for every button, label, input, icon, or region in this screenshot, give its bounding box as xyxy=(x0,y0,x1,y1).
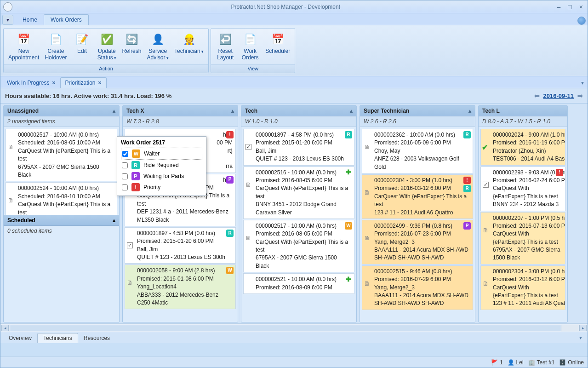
bottom-tab-technicians[interactable]: Technicians xyxy=(37,333,78,343)
work-order-card[interactable]: ✚ 0000002521 - 10:00 AM (0.0 hrs) Promis… xyxy=(243,273,354,294)
card-line: Ball, Jim xyxy=(137,246,233,253)
status-test-label: Test #1 xyxy=(537,359,555,366)
col-header-tech-l[interactable]: Tech L xyxy=(479,106,567,116)
service-advisor-button[interactable]: 👤 Service Advisor xyxy=(144,30,171,63)
app-menu-button[interactable]: ▾ xyxy=(2,15,13,25)
collapse-icon[interactable]: ▴ xyxy=(468,108,471,114)
bottom-tab-resources[interactable]: Resources xyxy=(78,334,115,343)
work-order-card[interactable]: 🗎 0000002515 - 9:46 AM (0.8 hrs) Promise… xyxy=(362,265,473,310)
col-header-tech[interactable]: Tech ▴ xyxy=(241,106,356,116)
checkbox[interactable] xyxy=(122,184,128,190)
work-order-card[interactable]: 🗎 0000002524 - 10:00 AM (0.0 hrs) Schedu… xyxy=(6,182,117,215)
subtab-work-in-progress[interactable]: Work In Progress × xyxy=(2,78,60,88)
card-line: BAAA111 - 2014 Acura MDX SH-AWD SH-AWD S… xyxy=(374,292,470,308)
tab-home[interactable]: Home xyxy=(16,15,44,25)
work-order-card[interactable]: P 🗎 0000002499 - 9:36 PM (0.8 hrs) Promi… xyxy=(362,220,473,264)
next-day-button[interactable]: ⇒ xyxy=(577,92,583,99)
popup-option-ride[interactable]: R Ride Required xyxy=(121,160,202,171)
col-header-super[interactable]: Super Technician ▴ xyxy=(360,106,475,116)
close-button[interactable]: × xyxy=(577,3,585,11)
update-status-button[interactable]: ✅ Update Status xyxy=(94,30,119,63)
checkbox[interactable] xyxy=(245,144,251,150)
checkbox[interactable] xyxy=(483,182,489,188)
work-order-card[interactable]: R 0000001897 - 4:58 PM (0.0 hrs) Promise… xyxy=(125,227,236,264)
work-order-card[interactable]: ✔ 0000002024 - 9:00 AM (1.0 hrs) Promise… xyxy=(480,129,565,166)
collapse-icon[interactable]: ▴ xyxy=(113,108,115,114)
work-order-card[interactable]: 🗎 0000002517 - 10:00 AM (0.0 hrs) Schedu… xyxy=(6,129,117,181)
status-user[interactable]: 👤 Lei xyxy=(508,359,524,366)
window-title: Protractor.Net Shop Manager - Developmen… xyxy=(16,4,555,10)
help-icon[interactable] xyxy=(577,17,586,25)
card-line: Promised: 2016-02-24 6:00 PM xyxy=(493,177,562,184)
work-order-card[interactable]: 🗎 0000002304 - 3:00 PM (0.0 hrs) Promise… xyxy=(480,265,565,310)
col-header-scheduled[interactable]: Scheduled ▴ xyxy=(4,215,119,226)
tab-work-orders[interactable]: Work Orders xyxy=(44,14,89,25)
checkbox[interactable] xyxy=(122,173,128,179)
close-icon[interactable]: × xyxy=(52,80,55,86)
col-header-unassigned[interactable]: Unassigned ▴ xyxy=(4,106,119,116)
card-line: Scheduled: 2016-08-05 10:00 AM xyxy=(18,139,114,147)
work-orders-button[interactable]: 📄 Work Orders xyxy=(238,30,263,63)
col-title: Unassigned xyxy=(7,108,39,114)
scroll-track[interactable] xyxy=(10,325,578,331)
work-order-card[interactable]: 🗎 0000002207 - 1:00 PM (0.5 hrs) Promise… xyxy=(480,212,565,264)
card-line: 0000001897 - 4:58 PM (0.0 hrs) xyxy=(256,131,351,139)
document-icon: 🗎 xyxy=(364,234,370,243)
technician-icon: 👷 xyxy=(182,32,196,47)
refresh-button[interactable]: 🔄 Refresh xyxy=(119,30,144,63)
ribbon: 📅 New Appointment 📄 Create Holdover 📝 Ed… xyxy=(0,25,588,76)
document-icon: 🗎 xyxy=(483,280,489,288)
horizontal-scrollbar[interactable]: ◂ ▸ xyxy=(0,323,588,332)
col-header-tech-x[interactable]: Tech X ▴ xyxy=(123,106,238,116)
status-notifications[interactable]: 🚩 1 xyxy=(491,359,503,366)
work-order-card[interactable]: ! R 🗎 0000002304 - 3:00 PM (1.0 hrs) Pro… xyxy=(362,174,473,219)
date-link[interactable]: 2016-09-11 xyxy=(543,92,574,99)
work-order-card[interactable]: ✚ 🗎 0000002516 - 10:00 AM (0.0 hrs) Prom… xyxy=(243,167,354,219)
card-line: CarQuest With {ePartExpert} This is a te… xyxy=(256,238,351,254)
reset-layout-button[interactable]: ↩️ Reset Layout xyxy=(213,30,238,63)
technician-button[interactable]: 👷 Technician xyxy=(171,30,206,63)
edit-button[interactable]: 📝 Edit xyxy=(69,30,94,63)
flag-icon: 🚩 xyxy=(491,359,498,366)
work-order-card[interactable]: ! 0000002293 - 9:03 AM (0.0 hrs) Promise… xyxy=(480,167,565,211)
bottom-tabs-more[interactable]: ▾ xyxy=(577,333,585,343)
calendar-icon: 📅 xyxy=(270,32,285,47)
popup-option-priority[interactable]: ! Priority xyxy=(121,182,202,193)
create-holdover-button[interactable]: 📄 Create Holdover xyxy=(42,30,69,63)
bottom-tab-overview[interactable]: Overview xyxy=(3,334,37,343)
work-order-card[interactable]: R 0000001897 - 4:58 PM (0.0 hrs) Promise… xyxy=(243,129,354,166)
tabs-more-button[interactable]: ▾ xyxy=(579,78,586,88)
database-icon: 🗄️ xyxy=(559,359,566,366)
collapse-icon[interactable]: ▴ xyxy=(113,217,115,224)
subtab-prioritization[interactable]: Prioritization × xyxy=(60,77,107,88)
checkbox[interactable] xyxy=(127,242,133,248)
col-title: Tech X xyxy=(126,108,144,114)
work-order-card[interactable]: W 🗎 0000002058 - 9:00 AM (2.8 hrs) Promi… xyxy=(125,264,236,309)
scroll-thumb[interactable] xyxy=(10,325,561,331)
collapse-icon[interactable]: ▴ xyxy=(350,108,353,114)
prev-day-button[interactable]: ⇐ xyxy=(534,92,540,99)
close-icon[interactable]: × xyxy=(98,80,102,86)
checkbox[interactable] xyxy=(122,151,128,157)
work-order-card[interactable]: W 🗎 0000002517 - 10:00 AM (0.0 hrs) Prom… xyxy=(243,220,354,272)
popup-option-parts[interactable]: P Waiting for Parts xyxy=(121,171,202,182)
maximize-button[interactable]: □ xyxy=(566,3,573,11)
update-status-label: Update Status xyxy=(97,48,117,61)
work-order-card[interactable]: R 🗎 0000002362 - 10:00 AM (0.0 hrs) Prom… xyxy=(362,129,473,173)
scheduler-button[interactable]: 📅 Scheduler xyxy=(263,30,293,63)
minimize-button[interactable]: – xyxy=(555,3,563,11)
scroll-left-button[interactable]: ◂ xyxy=(1,325,9,331)
card-line: CarQuest With {ePartExpert} This is a te… xyxy=(18,201,114,215)
status-test[interactable]: 🏢 Test #1 xyxy=(528,359,555,366)
card-line: Yang, Merge2_3 xyxy=(374,238,470,246)
bottom-tab-bar: Overview Technicians Resources ▾ xyxy=(0,332,588,343)
ride-badge-icon: R xyxy=(463,131,471,138)
status-online[interactable]: 🗄️ Online xyxy=(559,359,584,366)
checkbox[interactable] xyxy=(122,162,128,168)
calendar-icon: 📅 xyxy=(17,32,31,47)
scroll-right-button[interactable]: ▸ xyxy=(579,325,587,331)
ribbon-group-view-title: View xyxy=(211,64,295,73)
popup-option-waiter[interactable]: W Waiter xyxy=(121,148,202,160)
collapse-icon[interactable]: ▴ xyxy=(231,108,234,114)
new-appointment-button[interactable]: 📅 New Appointment xyxy=(6,30,42,63)
